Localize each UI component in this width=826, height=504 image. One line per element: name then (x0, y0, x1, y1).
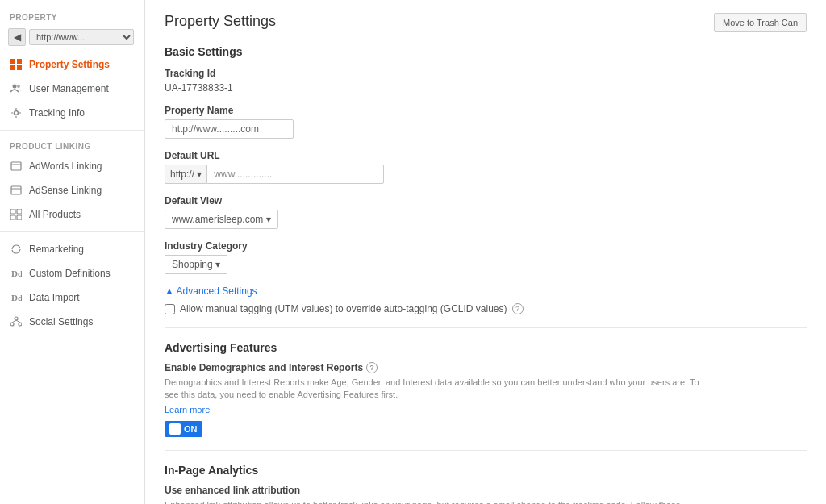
inpage-analytics-title: In-Page Analytics (165, 464, 807, 477)
remarketing-icon (10, 243, 23, 256)
property-name-label: Property Name (165, 105, 807, 116)
manual-tagging-checkbox[interactable] (165, 304, 175, 314)
enhanced-link-label: Use enhanced link attribution (165, 485, 807, 496)
advertising-toggle-on[interactable]: ON (165, 421, 202, 437)
main-content: Property Settings Move to Trash Can Basi… (145, 0, 826, 504)
property-name-group: Property Name (165, 105, 807, 139)
svg-rect-7 (11, 162, 21, 170)
default-url-group: Default URL http:// ▾ (165, 150, 807, 184)
url-protocol-select[interactable]: http:// ▾ (165, 165, 206, 184)
page-header: Property Settings Move to Trash Can (165, 13, 807, 32)
property-select-row: ◀ http://www... (8, 28, 136, 46)
manual-tagging-row: Allow manual tagging (UTM values) to ove… (165, 303, 807, 314)
sidebar: PROPERTY ◀ http://www... Property Settin… (0, 0, 145, 504)
enhanced-link-desc: Enhanced link attribution allows us to b… (165, 499, 713, 504)
sidebar-item-remarketing[interactable]: Remarketing (0, 237, 144, 261)
default-url-label: Default URL (165, 150, 807, 161)
svg-point-19 (19, 323, 22, 326)
sidebar-item-tracking-info[interactable]: Tracking Info (0, 101, 144, 125)
sidebar-item-custom-definitions[interactable]: Dd Custom Definitions (0, 261, 144, 285)
custom-icon: Dd (10, 267, 23, 280)
adsense-icon (10, 184, 23, 197)
manual-tagging-label: Allow manual tagging (UTM values) to ove… (180, 303, 507, 314)
tracking-id-label: Tracking Id (165, 68, 807, 79)
svg-point-4 (13, 85, 17, 89)
property-dropdown[interactable]: http://www... (29, 29, 134, 45)
learn-more-link[interactable]: Learn more (165, 405, 807, 414)
demographics-description: Demographics and Interest Reports make A… (165, 377, 713, 402)
svg-point-6 (15, 111, 19, 115)
advertising-features-title: Advertising Features (165, 341, 807, 354)
sidebar-item-label: AdSense Linking (29, 185, 102, 196)
svg-rect-2 (10, 65, 15, 70)
default-view-label: Default View (165, 195, 807, 206)
svg-rect-13 (10, 215, 15, 220)
grid-icon (10, 58, 23, 71)
divider2 (0, 231, 144, 232)
svg-rect-9 (11, 186, 21, 194)
svg-text:Dd: Dd (11, 293, 22, 302)
svg-line-20 (12, 320, 16, 323)
sidebar-item-adsense-linking[interactable]: AdSense Linking (0, 178, 144, 202)
divider-inpage (165, 450, 807, 451)
sidebar-item-label: Data Import (29, 292, 80, 303)
svg-rect-0 (10, 59, 15, 64)
sidebar-item-label: User Management (29, 83, 109, 94)
toggle-knob (169, 423, 181, 435)
sidebar-item-user-management[interactable]: User Management (0, 77, 144, 101)
sidebar-item-adwords-linking[interactable]: AdWords Linking (0, 154, 144, 178)
svg-point-17 (15, 317, 18, 320)
industry-category-group: Industry Category Shopping ▾ (165, 240, 807, 274)
users-icon (10, 82, 23, 95)
tracking-id-value: UA-17738833-1 (165, 82, 807, 94)
sidebar-item-property-settings[interactable]: Property Settings (0, 52, 144, 77)
back-button[interactable]: ◀ (8, 28, 26, 46)
sidebar-item-data-import[interactable]: Dd Data Import (0, 285, 144, 310)
sidebar-item-label: Tracking Info (29, 107, 85, 119)
sidebar-item-social-settings[interactable]: Social Settings (0, 310, 144, 334)
svg-line-21 (16, 320, 20, 323)
divider (0, 130, 144, 131)
sidebar-item-all-products[interactable]: All Products (0, 202, 144, 227)
default-view-select[interactable]: www.amerisleep.com ▾ (165, 210, 278, 229)
industry-category-label: Industry Category (165, 240, 807, 252)
default-view-group: Default View www.amerisleep.com ▾ (165, 195, 807, 229)
settings-icon (10, 106, 23, 119)
help-icon[interactable]: ? (512, 303, 524, 314)
industry-category-select[interactable]: Shopping ▾ (165, 255, 227, 274)
svg-rect-11 (10, 209, 15, 214)
url-input[interactable] (206, 165, 384, 184)
page-title: Property Settings (165, 13, 276, 30)
move-to-trash-button[interactable]: Move to Trash Can (714, 13, 807, 32)
property-name-input[interactable] (165, 119, 294, 139)
advanced-settings-toggle[interactable]: ▲ Advanced Settings (165, 285, 807, 297)
sidebar-item-label: Property Settings (29, 59, 110, 70)
sidebar-section-property: PROPERTY (0, 6, 144, 25)
svg-point-5 (17, 85, 20, 88)
social-icon (10, 315, 23, 328)
svg-rect-3 (17, 65, 22, 70)
svg-rect-12 (17, 209, 22, 214)
sidebar-item-label: Social Settings (29, 316, 93, 327)
sidebar-item-label: AdWords Linking (29, 160, 102, 172)
svg-rect-14 (17, 215, 22, 220)
url-row: http:// ▾ (165, 165, 807, 184)
sidebar-section-product-linking: PRODUCT LINKING (0, 135, 144, 154)
sidebar-item-label: All Products (29, 209, 81, 220)
tracking-id-group: Tracking Id UA-17738833-1 (165, 68, 807, 94)
enable-demographics-label: Enable Demographics and Interest Reports… (165, 362, 807, 373)
svg-rect-1 (17, 59, 22, 64)
toggle-label: ON (184, 424, 198, 434)
sidebar-item-label: Remarketing (29, 244, 84, 255)
products-icon (10, 208, 23, 221)
basic-settings-title: Basic Settings (165, 45, 807, 58)
import-icon: Dd (10, 291, 23, 304)
enable-demo-help-icon[interactable]: ? (366, 362, 378, 373)
svg-point-18 (10, 323, 14, 326)
svg-text:Dd: Dd (11, 269, 22, 278)
divider-adv (165, 327, 807, 328)
adwords-icon (10, 160, 23, 173)
sidebar-item-label: Custom Definitions (29, 268, 111, 279)
